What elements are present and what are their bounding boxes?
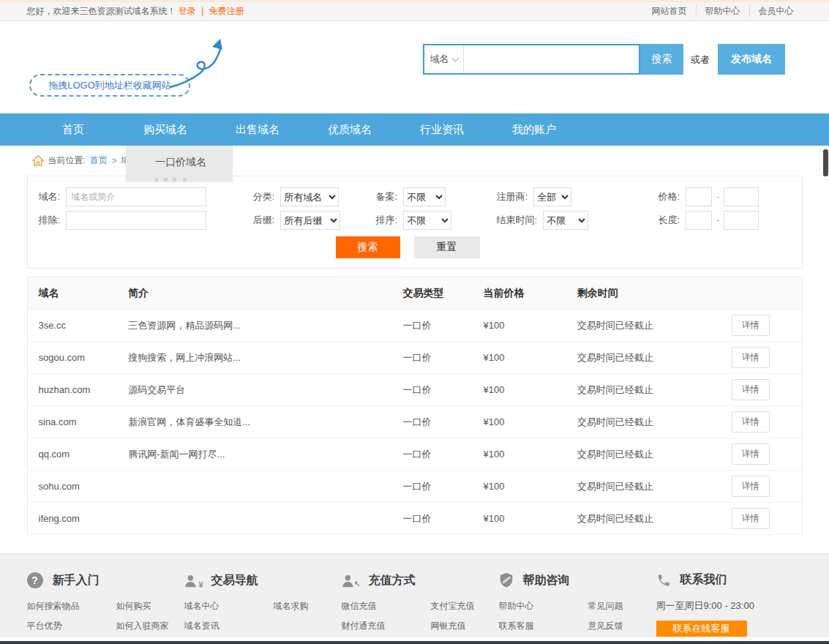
site-home-link[interactable]: 网站首页	[643, 5, 696, 18]
filter-suffix-select[interactable]: 所有后缀	[280, 211, 340, 230]
member-center-link[interactable]: 会员中心	[749, 5, 803, 18]
table-row: 3se.cc三色资源网，精品源码网...一口价¥100交易时间已经截止详情	[27, 310, 802, 342]
action-cell: 详情	[732, 438, 802, 471]
filter-length-max-input[interactable]	[724, 211, 759, 230]
footer-link[interactable]: 域名中心	[184, 600, 274, 613]
login-link[interactable]: 登录	[179, 6, 196, 16]
user-recharge-icon: ↖	[342, 572, 359, 588]
search-input[interactable]	[464, 45, 639, 73]
filter-reset-button[interactable]: 重置	[414, 236, 480, 258]
nav-item-premium-domain[interactable]: 优质域名	[304, 113, 396, 146]
detail-button[interactable]: 详情	[732, 476, 770, 497]
table-row: huzhan.com源码交易平台一口价¥100交易时间已经截止详情	[27, 374, 802, 406]
price-cell: ¥100	[484, 342, 577, 374]
footer-link[interactable]: 微信充值	[342, 600, 431, 613]
footer-link[interactable]: 网银充值	[431, 620, 499, 632]
footer-link[interactable]: 意见反馈	[588, 620, 656, 632]
footer-link[interactable]: 域名资讯	[184, 620, 274, 632]
footer-link[interactable]: 如何购买	[116, 600, 184, 613]
time-cell: 交易时间已经截止	[577, 438, 732, 471]
footer-link[interactable]: 常见问题	[588, 600, 656, 613]
footer-section-help: 帮助咨询 帮助中心常见问题联系客服意见反馈	[499, 572, 656, 637]
nav-item-industry-news[interactable]: 行业资讯	[396, 113, 488, 146]
search-category-select[interactable]: 域名	[424, 45, 464, 73]
main-nav: 首页 购买域名 出售域名 优质域名 行业资讯 我的账户 一口价域名	[0, 113, 829, 146]
filter-exclude-input[interactable]	[66, 211, 206, 230]
table-row: sohu.com一口价¥100交易时间已经截止详情	[27, 471, 802, 503]
filter-beian-select[interactable]: 不限	[403, 187, 446, 206]
logo[interactable]: 拖拽LOGO到地址栏收藏网站	[29, 74, 190, 97]
nav-item-home[interactable]: 首页	[27, 113, 119, 146]
home-icon	[32, 155, 44, 166]
detail-button[interactable]: 详情	[732, 347, 770, 368]
help-center-link[interactable]: 帮助中心	[696, 5, 749, 18]
detail-button[interactable]: 详情	[732, 379, 770, 400]
footer-link[interactable]: 支付宝充值	[431, 600, 499, 613]
table-row: qq.com腾讯网-新闻一网打尽...一口价¥100交易时间已经截止详情	[27, 438, 802, 471]
filter-registrar-select[interactable]: 全部	[533, 187, 571, 206]
filter-length-min-input[interactable]	[686, 211, 712, 230]
dropdown-item-fixed-price[interactable]: 一口价域名	[126, 146, 233, 178]
breadcrumb-home-link[interactable]: 首页	[90, 154, 108, 167]
bottom-bar	[0, 641, 829, 644]
topbar: 您好，欢迎来三色资源测试域名系统！ 登录 | 免费注册 网站首页 帮助中心 会员…	[0, 2, 829, 21]
filter-price-min-input[interactable]	[686, 187, 712, 206]
action-cell: 详情	[732, 503, 802, 535]
time-cell: 交易时间已经截止	[577, 471, 732, 503]
filter-beian: 备案: 不限	[376, 187, 446, 206]
footer-section-contact: 联系我们 周一至周日9:00 - 23:00 联系在线客服	[656, 572, 803, 637]
phone-icon	[656, 573, 671, 588]
header-search-button[interactable]: 搜索	[640, 44, 683, 75]
desc-cell	[128, 471, 402, 503]
topbar-separator: |	[201, 6, 203, 16]
footer-link[interactable]: 财付通充值	[342, 620, 431, 632]
filter-sort-select[interactable]: 不限	[403, 211, 451, 230]
footer-link[interactable]: 如何搜索物品	[27, 600, 116, 613]
detail-button[interactable]: 详情	[732, 508, 770, 529]
filter-domain-input[interactable]	[66, 187, 206, 206]
desc-cell	[128, 503, 402, 535]
arrow-doodle-icon	[167, 34, 233, 93]
filter-exclude: 排除:	[39, 211, 207, 230]
domain-cell: sina.com	[27, 406, 128, 438]
register-link[interactable]: 免费注册	[209, 6, 244, 16]
filter-sort: 排序: 不限	[376, 211, 452, 230]
search-category-value: 域名	[430, 53, 449, 66]
detail-button[interactable]: 详情	[732, 411, 770, 433]
table-row: sina.com新浪官网，体育盛事全知道...一口价¥100交易时间已经截止详情	[27, 406, 802, 438]
footer-section-recharge: ↖ 充值方式 微信充值支付宝充值财付通充值网银充值	[342, 572, 499, 637]
header-price: 当前价格	[484, 277, 577, 310]
domain-cell: sohu.com	[27, 471, 128, 503]
footer-link[interactable]: 域名求购	[274, 600, 342, 613]
nav-item-sell-domain[interactable]: 出售域名	[211, 113, 304, 146]
footer-title: 交易导航	[211, 573, 258, 588]
filter-search-button[interactable]: 搜索	[336, 236, 400, 258]
filter-domain-label: 域名:	[39, 190, 61, 203]
header-type: 交易类型	[402, 277, 483, 310]
table-header: 域名 简介 交易类型 当前价格 剩余时间	[27, 277, 802, 310]
footer-link[interactable]: 平台优势	[27, 620, 116, 632]
contact-service-button[interactable]: 联系在线客服	[656, 621, 747, 637]
footer-link[interactable]: 联系客服	[499, 620, 588, 632]
detail-button[interactable]: 详情	[732, 315, 770, 336]
topbar-right: 网站首页 帮助中心 会员中心	[643, 5, 803, 18]
footer-link[interactable]: 帮助中心	[499, 600, 588, 613]
filter-endtime-select[interactable]: 不限	[543, 211, 588, 230]
filter-registrar-label: 注册商:	[497, 190, 528, 203]
nav-item-buy-domain[interactable]: 购买域名	[119, 113, 211, 146]
scrollbar-thumb[interactable]	[823, 149, 828, 176]
time-cell: 交易时间已经截止	[577, 374, 732, 406]
domain-cell: 3se.cc	[27, 310, 128, 342]
filter-suffix: 后缀: 所有后缀	[253, 211, 341, 230]
header-action	[732, 277, 802, 310]
action-cell: 详情	[732, 471, 802, 503]
filter-category-select[interactable]: 所有域名	[280, 187, 339, 206]
publish-domain-button[interactable]: 发布域名	[718, 44, 785, 75]
nav-item-my-account[interactable]: 我的账户	[488, 113, 580, 146]
footer-link[interactable]: 如何入驻商家	[116, 620, 184, 632]
detail-button[interactable]: 详情	[732, 443, 770, 465]
filter-price-max-input[interactable]	[724, 187, 759, 206]
domain-cell: huzhan.com	[27, 374, 128, 406]
price-cell: ¥100	[484, 406, 577, 438]
action-cell: 详情	[732, 342, 802, 374]
